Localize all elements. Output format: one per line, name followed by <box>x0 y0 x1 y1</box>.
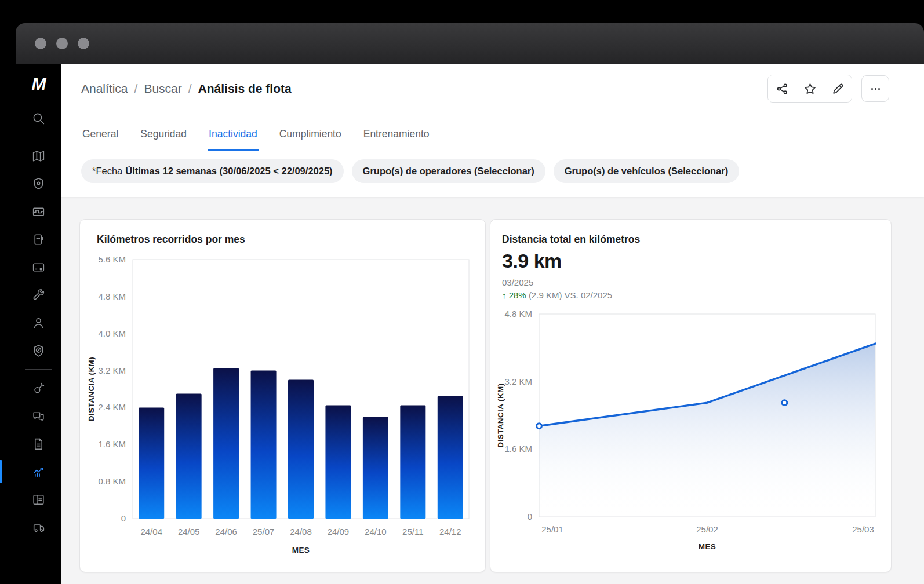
edit-button[interactable] <box>824 75 852 102</box>
breadcrumb-separator: / <box>188 82 192 96</box>
sidebar: M <box>0 64 61 584</box>
filter-chip-vehicle-groups[interactable]: Grupo(s) de vehículos (Seleccionar) <box>554 159 739 183</box>
breadcrumb: Analítica / Buscar / Análisis de flota <box>81 82 292 96</box>
sidebar-item-messages[interactable] <box>16 402 61 430</box>
page-header: Analítica / Buscar / Análisis de flota <box>61 64 924 197</box>
vehicles-truck-icon <box>31 520 46 535</box>
svg-text:4.8 KM: 4.8 KM <box>504 309 532 319</box>
kpi-value: 3.9 km <box>502 250 612 272</box>
page-title: Análisis de flota <box>198 82 292 96</box>
drivers-icon <box>31 316 46 330</box>
more-button[interactable] <box>861 75 889 102</box>
sidebar-item-map[interactable] <box>16 142 61 170</box>
svg-text:4.8 KM: 4.8 KM <box>98 291 126 301</box>
sidebar-item-analytics[interactable] <box>16 458 61 486</box>
sidebar-divider <box>25 369 52 370</box>
sidebar-item-drivers[interactable] <box>16 309 61 337</box>
app-content: Analítica / Buscar / Análisis de flota <box>61 64 924 584</box>
svg-text:1.6 KM: 1.6 KM <box>504 444 532 454</box>
svg-text:25/03: 25/03 <box>852 524 874 534</box>
coaching-whistle-icon <box>31 381 46 396</box>
sidebar-item-reports[interactable] <box>16 486 61 513</box>
breadcrumb-link[interactable]: Analítica <box>81 82 128 96</box>
window-titlebar <box>16 23 924 64</box>
filter-chip-date[interactable]: *Fecha Últimas 12 semanas (30/06/2025 < … <box>81 159 344 183</box>
svg-text:25/01: 25/01 <box>541 524 563 534</box>
svg-text:24/10: 24/10 <box>365 527 387 536</box>
svg-text:24/05: 24/05 <box>178 527 200 536</box>
maintenance-wrench-icon <box>31 288 46 302</box>
svg-text:25/07: 25/07 <box>253 527 275 536</box>
star-icon <box>804 83 816 95</box>
filter-bar: *Fecha Últimas 12 semanas (30/06/2025 < … <box>61 151 924 197</box>
bar-chart: 00.8 KM1.6 KM2.4 KM3.2 KM4.0 KM4.8 KM5.6… <box>85 247 479 563</box>
tab-bar: General Seguridad Inactividad Cumplimien… <box>61 114 924 151</box>
share-button[interactable] <box>768 75 796 102</box>
filter-chip-operator-groups[interactable]: Grupo(s) de operadores (Seleccionar) <box>352 159 545 183</box>
sidebar-divider <box>25 137 52 137</box>
svg-text:1.6 KM: 1.6 KM <box>98 439 126 449</box>
chip-value: Grupo(s) de operadores (Seleccionar) <box>363 166 534 177</box>
card-kilometers-per-month: Kilómetros recorridos por mes 00.8 KM1.6… <box>79 219 486 572</box>
share-icon <box>776 83 788 95</box>
sidebar-item-safety[interactable] <box>16 170 61 198</box>
kpi-delta: ↑ 28% (2.9 KM) VS. 02/2025 <box>502 290 612 300</box>
safety-shield-icon <box>31 177 46 191</box>
svg-text:24/06: 24/06 <box>215 527 237 536</box>
tab-general[interactable]: General <box>81 128 119 151</box>
kpi-block: 3.9 km 03/2025 ↑ 28% (2.9 KM) VS. 02/202… <box>502 250 612 300</box>
area-chart: 01.6 KM3.2 KM4.8 KM25/0125/0225/03DISTAN… <box>495 309 892 553</box>
chart-title: Kilómetros recorridos por mes <box>97 233 245 246</box>
svg-text:3.2 KM: 3.2 KM <box>504 377 532 386</box>
sidebar-item-coaching[interactable] <box>16 374 61 402</box>
sidebar-item-fuel-card[interactable] <box>16 253 61 281</box>
svg-text:DISTANCIA (KM): DISTANCIA (KM) <box>496 383 505 447</box>
search-icon <box>31 111 46 126</box>
chip-prefix: *Fecha <box>92 166 122 177</box>
map-icon <box>31 149 46 163</box>
card-total-distance: Distancia total en kilómetros 3.9 km 03/… <box>490 219 892 572</box>
window-dot[interactable] <box>56 38 68 49</box>
svg-text:5.6 KM: 5.6 KM <box>98 254 126 264</box>
fuel-card-icon <box>31 260 46 275</box>
svg-text:24/12: 24/12 <box>439 527 461 536</box>
ellipsis-icon <box>870 83 882 95</box>
svg-text:4.0 KM: 4.0 KM <box>98 329 126 338</box>
window-dot[interactable] <box>35 38 46 49</box>
app-logo: M <box>32 64 45 104</box>
messages-chat-icon <box>31 409 46 424</box>
favorite-button[interactable] <box>796 75 824 102</box>
svg-text:3.2 KM: 3.2 KM <box>98 366 126 375</box>
header-action-group <box>767 75 852 103</box>
sidebar-item-dashcam[interactable] <box>16 225 61 253</box>
chart-title: Distancia total en kilómetros <box>502 233 640 246</box>
tab-cumplimiento[interactable]: Cumplimiento <box>278 128 343 151</box>
reports-table-icon <box>31 492 46 507</box>
svg-text:0: 0 <box>121 513 126 523</box>
sidebar-item-maintenance[interactable] <box>16 281 61 309</box>
window-controls[interactable] <box>35 38 89 49</box>
sidebar-item-search[interactable] <box>16 104 61 132</box>
tab-entrenamiento[interactable]: Entrenamiento <box>362 128 431 151</box>
svg-text:25/11: 25/11 <box>402 527 423 536</box>
svg-text:24/09: 24/09 <box>328 527 350 536</box>
dashcam-icon <box>31 232 46 247</box>
svg-text:MES: MES <box>292 546 310 554</box>
sidebar-item-dashboard[interactable] <box>16 198 61 225</box>
sidebar-item-documents[interactable] <box>16 430 61 458</box>
svg-text:24/08: 24/08 <box>290 527 312 536</box>
dashboard-icon <box>31 205 46 219</box>
svg-text:MES: MES <box>699 542 716 551</box>
window-dot[interactable] <box>78 38 89 49</box>
chip-value: Últimas 12 semanas (30/06/2025 < 22/09/2… <box>125 166 332 177</box>
pencil-icon <box>832 83 844 95</box>
sidebar-item-vehicles[interactable] <box>16 513 61 541</box>
breadcrumb-link[interactable]: Buscar <box>144 82 181 96</box>
kpi-period: 03/2025 <box>502 278 612 287</box>
sidebar-item-compliance[interactable] <box>16 337 61 364</box>
tab-seguridad[interactable]: Seguridad <box>139 128 188 151</box>
tab-inactividad[interactable]: Inactividad <box>208 128 259 151</box>
svg-text:2.4 KM: 2.4 KM <box>98 402 126 412</box>
compliance-badge-icon <box>31 344 46 358</box>
svg-text:24/04: 24/04 <box>140 527 162 536</box>
